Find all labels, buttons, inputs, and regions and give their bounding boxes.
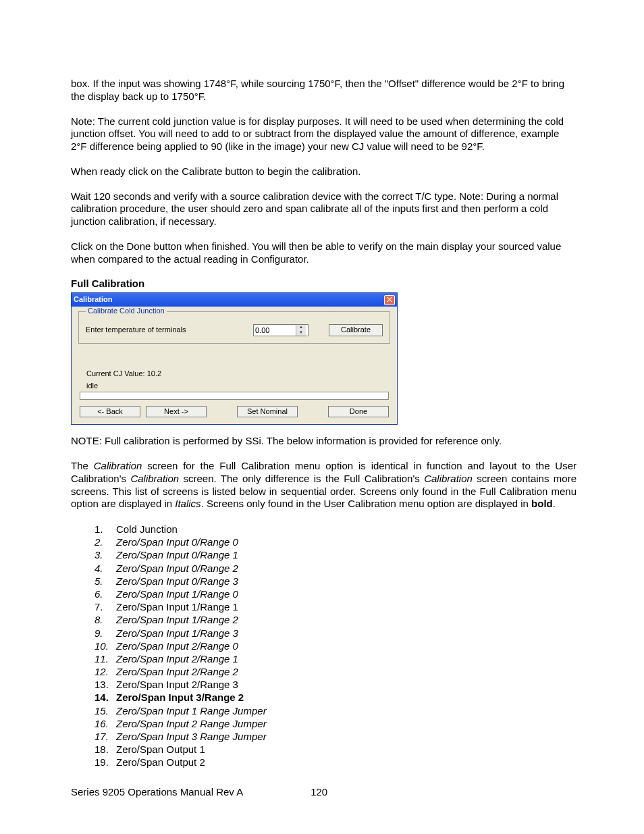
status-idle: idle — [86, 382, 389, 391]
list-item: 8.Zero/Span Input 1/Range 2 — [95, 613, 576, 626]
list-item: 17.Zero/Span Input 3 Range Jumper — [95, 730, 576, 743]
list-item: 15.Zero/Span Input 1 Range Jumper — [95, 704, 576, 717]
calibrate-button[interactable]: Calibrate — [329, 324, 383, 336]
calibrate-cold-junction-group: Calibrate Cold Junction Enter temperatur… — [78, 311, 390, 344]
description-paragraph: The Calibration screen for the Full Cali… — [71, 460, 576, 511]
screen-list: 1.Cold Junction2.Zero/Span Input 0/Range… — [95, 523, 576, 769]
next-button[interactable]: Next -> — [146, 406, 207, 418]
list-item: 14.Zero/Span Input 3/Range 2 — [95, 691, 576, 704]
temperature-spinbox[interactable]: ▲ ▼ — [253, 324, 308, 336]
calibration-dialog: Calibration Calibrate Cold Junction Ente… — [71, 292, 398, 425]
paragraph-1: box. If the input was showing 1748°F, wh… — [71, 78, 576, 103]
paragraph-3: When ready click on the Calibrate button… — [71, 165, 576, 178]
list-item: 10.Zero/Span Input 2/Range 0 — [95, 640, 576, 652]
footer-page-number: 120 — [311, 786, 327, 799]
spin-buttons[interactable]: ▲ ▼ — [296, 325, 306, 336]
spin-up-icon[interactable]: ▲ — [296, 325, 306, 330]
list-item: 19.Zero/Span Output 2 — [95, 756, 576, 768]
dialog-titlebar: Calibration — [72, 293, 397, 307]
note-full-calibration: NOTE: Full calibration is performed by S… — [71, 435, 576, 448]
set-nominal-button[interactable]: Set Nominal — [237, 406, 298, 418]
list-item: 4.Zero/Span Input 0/Range 2 — [95, 562, 576, 575]
temperature-input[interactable] — [254, 325, 296, 336]
section-title-full-calibration: Full Calibration — [71, 278, 576, 290]
progress-bar — [80, 392, 389, 400]
list-item: 2.Zero/Span Input 0/Range 0 — [95, 536, 576, 548]
footer-doc-title: Series 9205 Operations Manual Rev A — [71, 786, 243, 799]
list-item: 11.Zero/Span Input 2/Range 1 — [95, 652, 576, 665]
back-button[interactable]: <- Back — [80, 406, 140, 418]
list-item: 18.Zero/Span Output 1 — [95, 743, 576, 756]
current-cj-value: Current CJ Value: 10.2 — [86, 369, 389, 379]
paragraph-4: Wait 120 seconds and verify with a sourc… — [71, 190, 576, 228]
spin-down-icon[interactable]: ▼ — [296, 330, 306, 336]
list-item: 1.Cold Junction — [95, 523, 576, 536]
list-item: 9.Zero/Span Input 1/Range 3 — [95, 627, 576, 640]
list-item: 16.Zero/Span Input 2 Range Jumper — [95, 717, 576, 730]
list-item: 3.Zero/Span Input 0/Range 1 — [95, 548, 576, 561]
page-footer: Series 9205 Operations Manual Rev A 120 — [71, 786, 576, 799]
list-item: 13.Zero/Span Input 2/Range 3 — [95, 678, 576, 691]
paragraph-5: Click on the Done button when finished. … — [71, 240, 576, 266]
list-item: 5.Zero/Span Input 0/Range 3 — [95, 575, 576, 588]
close-icon[interactable] — [384, 295, 395, 305]
group-title: Calibrate Cold Junction — [86, 307, 167, 316]
list-item: 7.Zero/Span Input 1/Range 1 — [95, 600, 576, 613]
list-item: 6.Zero/Span Input 1/Range 0 — [95, 588, 576, 600]
dialog-title-text: Calibration — [74, 295, 112, 305]
paragraph-2: Note: The current cold junction value is… — [71, 115, 576, 153]
list-item: 12.Zero/Span Input 2/Range 2 — [95, 665, 576, 678]
done-button[interactable]: Done — [328, 406, 389, 418]
enter-temp-label: Enter temperature of terminals — [86, 325, 253, 335]
